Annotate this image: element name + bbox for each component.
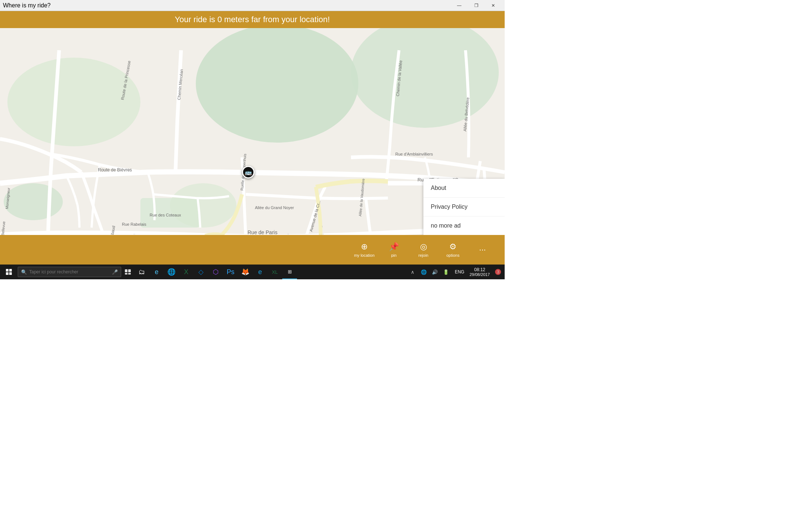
svg-rect-33 — [6, 269, 8, 272]
taskbar: 🔍 🎤 🗂 e 🌐 X ◇ ⬡ Ps 🦊 e XL ⊞ ∧ 🌐 🔊 — [0, 265, 505, 279]
taskbar-right: ∧ 🌐 🔊 🔋 ENG 08:12 29/08/2017 3 — [406, 265, 505, 279]
more-button[interactable]: ··· — [468, 235, 497, 265]
taskbar-app-vsdev[interactable]: ⬡ — [208, 265, 223, 279]
context-menu-no-ad[interactable]: no more ad — [423, 216, 505, 235]
taskbar-search[interactable]: 🔍 🎤 — [18, 267, 121, 277]
svg-point-1 — [7, 58, 140, 146]
options-label: options — [446, 253, 459, 258]
window-controls: — ❐ ✕ — [451, 0, 502, 11]
vehicle-icon: 🚌 — [245, 169, 252, 176]
system-tray: ∧ 🌐 🔊 🔋 — [406, 265, 453, 279]
rejoin-icon: ◎ — [420, 242, 427, 252]
restore-button[interactable]: ❐ — [468, 0, 485, 11]
svg-text:Route de Bièvres: Route de Bièvres — [98, 167, 132, 173]
svg-rect-35 — [6, 272, 8, 275]
taskbar-app-explorer[interactable]: 🗂 — [134, 265, 149, 279]
tray-volume-icon[interactable]: 🔊 — [430, 265, 440, 279]
window-title: Where is my ride? — [3, 2, 51, 9]
svg-rect-38 — [128, 269, 131, 272]
notification-badge: 3 — [495, 269, 501, 275]
tray-battery-icon[interactable]: 🔋 — [441, 265, 451, 279]
taskbar-app-firefox[interactable]: 🦊 — [238, 265, 253, 279]
search-icon: 🔍 — [21, 269, 27, 275]
clock-time: 08:12 — [474, 267, 485, 272]
svg-text:←: ← — [133, 232, 136, 235]
taskbar-app-ie[interactable]: e — [253, 265, 267, 279]
svg-point-6 — [170, 183, 236, 228]
taskbar-app-excel[interactable]: X — [179, 265, 194, 279]
taskbar-app-current[interactable]: ⊞ — [282, 265, 297, 279]
svg-text:Rue Rabelais: Rue Rabelais — [122, 222, 147, 226]
task-view-button[interactable] — [121, 265, 134, 279]
svg-rect-36 — [9, 272, 12, 275]
microphone-icon[interactable]: 🎤 — [112, 269, 118, 275]
language-indicator[interactable]: ENG — [453, 265, 467, 279]
svg-text:Rue des Coteaux: Rue des Coteaux — [150, 213, 181, 217]
pin-icon: 📌 — [389, 242, 399, 252]
svg-rect-39 — [125, 273, 127, 274]
close-button[interactable]: ✕ — [485, 0, 502, 11]
notification-center-button[interactable]: 3 — [493, 265, 503, 279]
title-bar: Where is my ride? — ❐ ✕ — [0, 0, 505, 11]
map-container[interactable]: → → ← → ↑ Route de la Princesse Chemin M… — [0, 28, 505, 235]
more-icon: ··· — [479, 245, 486, 255]
svg-text:→: → — [286, 232, 289, 235]
taskbar-app-photoshop[interactable]: Ps — [223, 265, 238, 279]
clock-date: 29/08/2017 — [470, 272, 490, 277]
svg-point-5 — [4, 183, 63, 220]
bottom-toolbar: ⊕ my location 📌 pin ◎ rejoin ⚙ options ·… — [0, 235, 505, 265]
taskbar-app-excel2[interactable]: XL — [267, 265, 282, 279]
tray-expand-icon[interactable]: ∧ — [407, 265, 418, 279]
start-button[interactable] — [0, 265, 18, 279]
rejoin-button[interactable]: ◎ rejoin — [409, 235, 438, 265]
taskbar-app-edge[interactable]: e — [149, 265, 164, 279]
taskbar-app-chrome[interactable]: 🌐 — [164, 265, 179, 279]
options-button[interactable]: ⚙ options — [438, 235, 468, 265]
taskbar-app-vscode[interactable]: ◇ — [194, 265, 208, 279]
vehicle-marker: 🚌 — [242, 166, 255, 178]
search-input[interactable] — [29, 269, 110, 274]
my-location-button[interactable]: ⊕ my location — [349, 235, 379, 265]
svg-rect-37 — [125, 269, 127, 272]
svg-point-2 — [196, 28, 358, 143]
svg-rect-34 — [9, 269, 12, 272]
svg-text:Rue de Paris: Rue de Paris — [248, 229, 277, 235]
svg-text:↑: ↑ — [321, 225, 323, 228]
context-menu: About Privacy Policy no more ad — [423, 179, 505, 235]
tray-network-icon[interactable]: 🌐 — [419, 265, 429, 279]
rejoin-label: rejoin — [419, 253, 429, 258]
pin-button[interactable]: 📌 pin — [379, 235, 409, 265]
context-menu-about[interactable]: About — [423, 179, 505, 198]
taskbar-left: 🔍 🎤 🗂 e 🌐 X ◇ ⬡ Ps 🦊 e XL ⊞ — [0, 265, 297, 279]
language-text: ENG — [455, 269, 464, 274]
notification-text: Your ride is 0 meters far from your loca… — [175, 15, 330, 24]
svg-text:Rue d'Amblainvilliers: Rue d'Amblainvilliers — [395, 152, 433, 156]
svg-text:Allée du Grand Noyer: Allée du Grand Noyer — [255, 205, 294, 210]
my-location-label: my location — [354, 253, 375, 258]
toolbar-items: ⊕ my location 📌 pin ◎ rejoin ⚙ options ·… — [349, 235, 497, 265]
context-menu-privacy[interactable]: Privacy Policy — [423, 198, 505, 216]
notification-bar: Your ride is 0 meters far from your loca… — [0, 11, 505, 28]
svg-rect-40 — [128, 273, 131, 274]
taskbar-clock[interactable]: 08:12 29/08/2017 — [467, 265, 493, 279]
svg-text:→: → — [321, 232, 324, 235]
pin-label: pin — [391, 253, 397, 258]
my-location-icon: ⊕ — [361, 242, 368, 252]
options-icon: ⚙ — [449, 242, 457, 252]
minimize-button[interactable]: — — [451, 0, 468, 11]
